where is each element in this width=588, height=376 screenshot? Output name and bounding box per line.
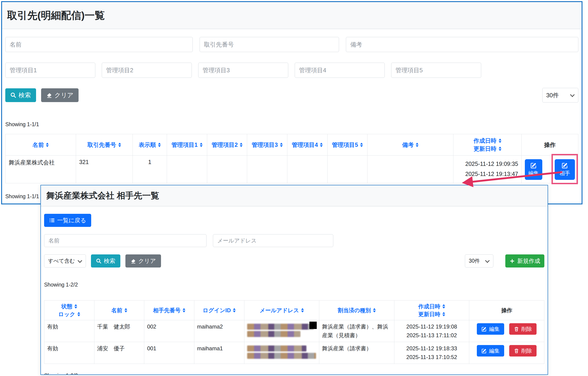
delete-button[interactable]: 削除 [509, 323, 536, 335]
col-header-display-order[interactable]: 表示順 [132, 134, 167, 156]
sort-icon[interactable] [158, 143, 161, 147]
cell-dates: 2025-11-12 19:19:08 2025-11-13 17:11:02 [394, 320, 469, 342]
cell-partner-no: 002 [144, 320, 194, 342]
redacted-email-line [247, 353, 316, 359]
col-header-dates[interactable]: 作成日時 更新日時 [453, 134, 522, 156]
cell-operations: 編集 削除 [469, 342, 544, 364]
mgmt3-filter-input[interactable] [198, 63, 288, 78]
sort-icon[interactable] [46, 143, 49, 147]
col-header-operations: 操作 [522, 134, 578, 156]
col-header-login-id[interactable]: ログインID [194, 301, 244, 320]
col-header-name[interactable]: 名前 [94, 301, 144, 320]
edit-icon [481, 348, 487, 354]
edit-icon [481, 326, 487, 332]
cell-mgmt3 [247, 156, 287, 183]
chevron-down-icon [570, 93, 575, 97]
search-icon [10, 92, 16, 98]
cell-dates: 2025-11-12 19:09:35 2025-11-12 19:13:47 [453, 156, 522, 183]
col-header-partner-no[interactable]: 相手先番号 [144, 301, 194, 320]
cell-email-redacted [244, 342, 319, 364]
partner-name-filter-input[interactable] [44, 234, 207, 247]
col-header-mgmt2[interactable]: 管理項目2 [207, 134, 247, 156]
col-header-operations: 操作 [469, 301, 544, 320]
sort-icon[interactable] [118, 143, 121, 147]
search-button[interactable]: 検索 [5, 88, 36, 102]
sort-icon[interactable] [233, 308, 236, 313]
sort-icon[interactable] [499, 139, 501, 143]
sort-icon[interactable] [240, 143, 242, 147]
col-header-mgmt4[interactable]: 管理項目4 [287, 134, 327, 156]
mgmt5-filter-input[interactable] [391, 63, 481, 78]
partner-email-filter-input[interactable] [213, 234, 333, 247]
col-header-name[interactable]: 名前 [6, 134, 76, 156]
col-header-mgmt3[interactable]: 管理項目3 [247, 134, 287, 156]
main-window-header: 取引先(明細配信)一覧 [2, 2, 582, 29]
sort-icon[interactable] [320, 143, 323, 147]
partner-no-filter-input[interactable] [200, 37, 339, 52]
sort-icon[interactable] [124, 308, 127, 313]
sort-icon[interactable] [360, 143, 363, 147]
sort-icon[interactable] [416, 143, 418, 147]
col-header-status-lock[interactable]: 状態 ロック [44, 301, 94, 320]
remarks-filter-input[interactable] [346, 37, 578, 52]
match-mode-select[interactable]: すべて含む [44, 254, 86, 268]
sort-icon[interactable] [301, 308, 304, 313]
sort-icon[interactable] [442, 312, 445, 316]
partner-detail-table: 状態 ロック 名前 相手先番号 ログインID メールアドレス 割当済の種別 作成… [44, 300, 544, 364]
edit-icon [562, 162, 568, 169]
partner-window-header: 舞浜産業株式会社 相手先一覧 [41, 185, 548, 207]
search-icon [96, 258, 101, 264]
create-new-button[interactable]: 新規作成 [505, 254, 544, 268]
col-header-partner-no[interactable]: 取引先番号 [76, 134, 132, 156]
cell-operations: 編集 削除 [469, 320, 544, 342]
edit-button[interactable]: 編集 [477, 323, 504, 335]
partner-showing-count-bottom: Showing 1-2/2 [44, 373, 544, 375]
col-header-remarks[interactable]: 備考 [368, 134, 453, 156]
edit-button[interactable]: 編集 [477, 345, 504, 356]
table-header-row: 名前 取引先番号 表示順 管理項目1 管理項目2 管理項目3 管理項目4 管理項… [6, 134, 578, 156]
col-header-mgmt1[interactable]: 管理項目1 [167, 134, 207, 156]
cell-partner-no: 001 [144, 342, 194, 364]
showing-count-top: Showing 1-1/1 [5, 121, 578, 127]
sort-icon[interactable] [200, 143, 203, 147]
sort-icon[interactable] [75, 304, 77, 309]
chevron-down-icon [78, 258, 82, 263]
col-header-email[interactable]: メールアドレス [244, 301, 319, 320]
cell-mgmt4 [287, 156, 327, 183]
partner-clear-button[interactable]: クリア [125, 254, 161, 268]
sort-icon[interactable] [183, 308, 185, 313]
col-header-assigned-type[interactable]: 割当済の種別 [319, 301, 394, 320]
table-row: 有効 浦安 優子 001 maihama1 舞浜産業（請求書） 2025-11-… [44, 342, 544, 364]
edit-button[interactable]: 編集 [525, 159, 542, 180]
sort-icon[interactable] [77, 312, 80, 316]
table-row: 有効 千葉 健太郎 002 maihama2 舞浜産業（請求書）、舞浜産業（見積… [44, 320, 544, 342]
redacted-email-line [247, 331, 300, 337]
partner-button[interactable]: 相手 [555, 159, 575, 180]
cell-name: 舞浜産業株式会社 [6, 156, 76, 183]
col-header-dates[interactable]: 作成日時 更新日時 [394, 301, 469, 320]
mgmt1-filter-input[interactable] [5, 63, 95, 78]
partner-search-button[interactable]: 検索 [91, 254, 120, 268]
sort-icon[interactable] [499, 146, 501, 151]
cell-mgmt2 [207, 156, 247, 183]
cell-name: 浦安 優子 [94, 342, 144, 364]
clear-button[interactable]: クリア [41, 88, 78, 102]
plus-icon [510, 258, 515, 264]
trash-icon [514, 326, 519, 332]
sort-icon[interactable] [373, 308, 376, 313]
partner-list-table: 名前 取引先番号 表示順 管理項目1 管理項目2 管理項目3 管理項目4 管理項… [5, 134, 578, 183]
partner-page-size-select[interactable]: 30件 [465, 254, 493, 268]
col-header-mgmt5[interactable]: 管理項目5 [327, 134, 368, 156]
page-size-select[interactable]: 30件 [542, 88, 578, 103]
cell-name: 千葉 健太郎 [94, 320, 144, 342]
sort-icon[interactable] [280, 143, 283, 147]
mgmt4-filter-input[interactable] [295, 63, 385, 78]
sort-icon[interactable] [442, 304, 445, 309]
table-header-row: 状態 ロック 名前 相手先番号 ログインID メールアドレス 割当済の種別 作成… [44, 301, 544, 320]
delete-button[interactable]: 削除 [509, 345, 536, 356]
name-filter-input[interactable] [5, 37, 193, 52]
mgmt2-filter-input[interactable] [102, 63, 192, 78]
cell-assigned-type: 舞浜産業（請求書） [319, 342, 394, 364]
cell-display-order: 1 [132, 156, 167, 183]
back-to-list-button[interactable]: 一覧に戻る [44, 214, 91, 227]
